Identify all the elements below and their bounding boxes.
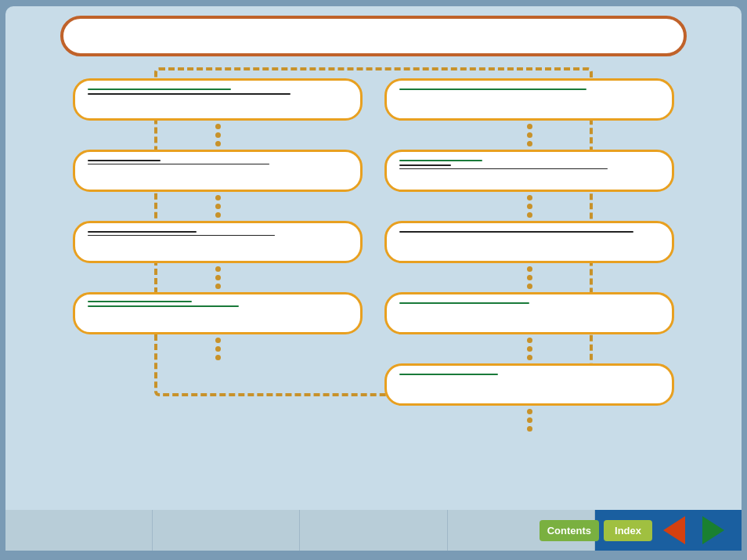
dot-connector-4 bbox=[215, 338, 221, 360]
line-black bbox=[399, 231, 633, 233]
line-black bbox=[88, 235, 275, 237]
line-black bbox=[399, 168, 608, 170]
line-black bbox=[88, 164, 269, 165]
outer-frame: Contents Index bbox=[5, 6, 742, 551]
dot-connector-r5 bbox=[527, 409, 532, 432]
line-black bbox=[88, 231, 197, 233]
right-column bbox=[384, 78, 674, 435]
arrow-left-icon bbox=[663, 516, 685, 544]
line-green bbox=[399, 160, 482, 161]
line-green bbox=[88, 89, 231, 90]
right-card-3 bbox=[384, 221, 674, 263]
index-button[interactable]: Index bbox=[604, 520, 652, 541]
prev-button[interactable] bbox=[657, 517, 691, 544]
arrow-right-icon bbox=[702, 516, 724, 544]
nav-seg-3 bbox=[300, 510, 447, 551]
nav-seg-2 bbox=[153, 510, 300, 551]
dot-connector-2 bbox=[215, 195, 221, 218]
dot-connector-r1 bbox=[527, 124, 532, 146]
left-card-3 bbox=[73, 221, 363, 263]
right-card-2 bbox=[384, 150, 674, 192]
line-black bbox=[88, 160, 161, 161]
right-card-1 bbox=[384, 78, 674, 121]
title-bar bbox=[60, 16, 686, 56]
contents-button[interactable]: Contents bbox=[540, 520, 599, 541]
line-green bbox=[88, 305, 239, 307]
line-green bbox=[88, 301, 192, 302]
left-card-4 bbox=[73, 292, 363, 334]
dot-connector-r2 bbox=[527, 195, 532, 218]
dot-connector-3 bbox=[215, 266, 221, 289]
dot-connector-1 bbox=[215, 124, 221, 146]
left-column bbox=[73, 78, 363, 363]
dot-connector-r4 bbox=[527, 338, 532, 360]
dot-connector-r3 bbox=[527, 266, 532, 289]
right-card-4 bbox=[384, 292, 674, 334]
line-black bbox=[88, 93, 290, 95]
right-card-5 bbox=[384, 363, 674, 406]
next-button[interactable] bbox=[696, 517, 731, 544]
line-green bbox=[399, 89, 586, 90]
left-card-2 bbox=[73, 150, 363, 192]
left-card-1 bbox=[73, 78, 363, 121]
nav-seg-1 bbox=[5, 510, 153, 551]
line-green bbox=[399, 374, 498, 375]
line-green bbox=[399, 302, 529, 304]
line-black bbox=[399, 164, 451, 166]
